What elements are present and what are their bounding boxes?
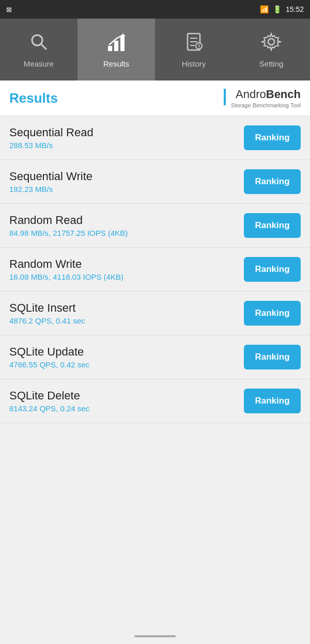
ranking-button[interactable]: Ranking — [244, 345, 301, 369]
svg-line-1 — [41, 44, 46, 49]
tab-setting[interactable]: Setting — [233, 19, 310, 81]
result-name: SQLite Insert — [9, 301, 244, 315]
result-item: Sequential Read 288.53 MB/s Ranking — [0, 116, 310, 160]
result-info: SQLite Insert 4876.2 QPS, 0.41 sec — [9, 301, 244, 325]
ranking-button[interactable]: Ranking — [244, 257, 301, 282]
result-item: Random Write 16.08 MB/s, 4118.03 IOPS (4… — [0, 248, 310, 292]
brand-logo: AndroBench Storage Benchmarking Tool — [224, 88, 301, 108]
tab-measure[interactable]: Measure — [0, 19, 78, 81]
brand-subtitle: Storage Benchmarking Tool — [231, 102, 301, 108]
result-name: Sequential Read — [9, 126, 244, 139]
result-info: SQLite Update 4766.55 QPS, 0.42 sec — [9, 345, 244, 369]
result-info: Random Read 84.98 MB/s, 21757.25 IOPS (4… — [9, 214, 244, 237]
ranking-button[interactable]: Ranking — [244, 169, 301, 194]
result-item: SQLite Update 4766.55 QPS, 0.42 sec Rank… — [0, 335, 310, 379]
result-value: 8143.24 QPS, 0.24 sec — [9, 404, 244, 413]
results-list: Sequential Read 288.53 MB/s Ranking Sequ… — [0, 116, 310, 423]
svg-point-11 — [268, 39, 274, 45]
svg-rect-4 — [120, 36, 125, 51]
home-indicator — [134, 635, 176, 637]
brand-accent — [224, 89, 226, 105]
tab-bar: Measure Results History — [0, 19, 310, 81]
brand-text: AndroBench Storage Benchmarking Tool — [231, 88, 301, 108]
result-value: 16.08 MB/s, 4118.03 IOPS (4KB) — [9, 272, 244, 281]
wifi-icon: 📶 — [260, 5, 269, 13]
svg-marker-5 — [122, 33, 126, 36]
result-item: SQLite Insert 4876.2 QPS, 0.41 sec Ranki… — [0, 292, 310, 335]
result-value: 84.98 MB/s, 21757.25 IOPS (4KB) — [9, 229, 244, 237]
result-item: SQLite Delete 8143.24 QPS, 0.24 sec Rank… — [0, 379, 310, 423]
tab-setting-label: Setting — [259, 59, 284, 68]
result-info: Random Write 16.08 MB/s, 4118.03 IOPS (4… — [9, 257, 244, 281]
result-name: Random Read — [9, 214, 244, 227]
result-name: Random Write — [9, 257, 244, 271]
status-bar: ⊠ 📶 🔋 15:52 — [0, 0, 310, 19]
svg-rect-2 — [108, 46, 112, 51]
status-bar-left: ⊠ — [6, 6, 12, 13]
result-value: 4876.2 QPS, 0.41 sec — [9, 316, 244, 325]
measure-icon — [28, 31, 49, 55]
result-name: SQLite Update — [9, 345, 244, 359]
brand-bar: AndroBench Storage Benchmarking Tool — [224, 88, 301, 108]
result-item: Random Read 84.98 MB/s, 21757.25 IOPS (4… — [0, 204, 310, 248]
ranking-button[interactable]: Ranking — [244, 213, 301, 238]
tab-results-label: Results — [103, 59, 129, 68]
result-value: 4766.55 QPS, 0.42 sec — [9, 360, 244, 369]
battery-icon: 🔋 — [273, 5, 282, 13]
result-info: Sequential Read 288.53 MB/s — [9, 126, 244, 150]
notification-icon: ⊠ — [6, 6, 12, 13]
ranking-button[interactable]: Ranking — [244, 125, 301, 150]
result-name: Sequential Write — [9, 170, 244, 183]
tab-history[interactable]: History — [155, 19, 233, 81]
svg-rect-3 — [114, 41, 118, 51]
brand-name-bold: Bench — [266, 88, 301, 101]
tab-measure-label: Measure — [24, 59, 54, 68]
brand-name: AndroBench — [231, 88, 301, 101]
tab-results[interactable]: Results — [78, 19, 155, 81]
result-value: 288.53 MB/s — [9, 141, 244, 150]
result-info: SQLite Delete 8143.24 QPS, 0.24 sec — [9, 389, 244, 413]
ranking-button[interactable]: Ranking — [244, 301, 301, 326]
result-value: 192.23 MB/s — [9, 185, 244, 194]
tab-history-label: History — [182, 59, 206, 68]
time-display: 15:52 — [286, 5, 304, 13]
history-icon — [183, 31, 204, 55]
page-title: Results — [9, 90, 58, 106]
results-icon — [106, 31, 127, 55]
result-name: SQLite Delete — [9, 389, 244, 403]
result-info: Sequential Write 192.23 MB/s — [9, 170, 244, 194]
setting-icon — [261, 31, 282, 55]
bottom-bar — [0, 629, 310, 644]
page-header: Results AndroBench Storage Benchmarking … — [0, 81, 310, 116]
status-bar-right: 📶 🔋 15:52 — [260, 5, 304, 13]
ranking-button[interactable]: Ranking — [244, 389, 301, 413]
result-item: Sequential Write 192.23 MB/s Ranking — [0, 160, 310, 204]
